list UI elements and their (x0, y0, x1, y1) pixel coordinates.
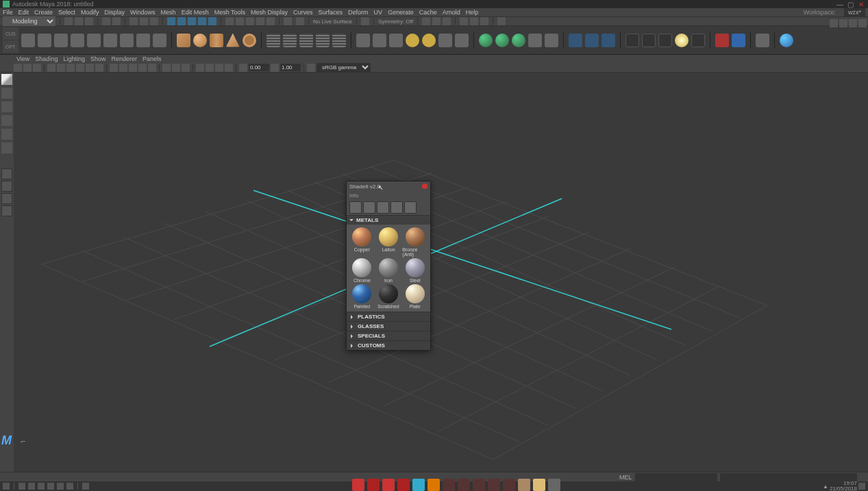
shelf-align-icon[interactable] (120, 34, 134, 47)
shadeit-material-painted[interactable]: Painted (349, 284, 375, 309)
undo-icon[interactable] (102, 17, 110, 25)
maximize-button[interactable]: ▢ (847, 1, 854, 8)
shelf-bevel-icon[interactable] (373, 34, 386, 47)
pt-shaded-icon[interactable] (119, 64, 127, 72)
shelf-separate-icon[interactable] (422, 34, 436, 47)
pt-image-plane-icon[interactable] (47, 64, 55, 72)
workspace-selector[interactable]: wzx* (844, 8, 865, 16)
menu-cache[interactable]: Cache (419, 9, 437, 16)
pt-textured-icon[interactable] (129, 64, 137, 72)
tb-app-icon[interactable] (473, 479, 485, 491)
tb-folder-icon[interactable] (533, 479, 545, 491)
shelf-mesh3-icon[interactable] (332, 34, 346, 47)
shadeit-tool-select-icon[interactable] (363, 201, 375, 214)
tb-icon[interactable] (47, 483, 54, 490)
paint-select-icon[interactable] (150, 17, 158, 25)
shadeit-material-laiton[interactable]: Laiton (376, 227, 401, 257)
menu-modify[interactable]: Modify (81, 9, 99, 16)
file-new-icon[interactable] (64, 17, 73, 25)
layout-two-icon[interactable] (1, 193, 12, 204)
menu-file[interactable]: File (3, 9, 13, 16)
shadeit-header-specials[interactable]: SPECIALS (347, 331, 430, 340)
menu-windows[interactable]: Windows (130, 9, 156, 16)
live-surface-label[interactable]: No Live Surface (313, 18, 352, 25)
pt-exposure-input[interactable] (249, 64, 269, 71)
symmetry-label[interactable]: Symmetry: Off (378, 18, 413, 25)
shadeit-material-copper[interactable]: Copper (349, 227, 375, 257)
panel-toggle-1-icon[interactable] (460, 17, 468, 25)
shelf-extrude-icon[interactable] (356, 34, 370, 47)
pt-grid-icon[interactable] (66, 64, 75, 72)
menu-mesh[interactable]: Mesh (161, 9, 176, 16)
tb-app-icon[interactable] (488, 479, 500, 491)
tb-app-icon[interactable] (458, 479, 470, 491)
pt-joints-icon[interactable] (182, 64, 190, 72)
shelf-render-icon[interactable] (625, 34, 639, 47)
shelf-globe-icon[interactable] (780, 34, 793, 47)
shelf-undo-icon[interactable] (715, 34, 729, 47)
menu-curves[interactable]: Curves (293, 9, 313, 16)
render-settings-icon[interactable] (443, 17, 451, 25)
shadeit-material-bronzeanti[interactable]: Bronze (Anti) (402, 227, 427, 257)
shadeit-info-label[interactable]: Info (347, 191, 430, 200)
panel-view[interactable]: View (16, 55, 29, 62)
toggle-outliner-icon[interactable] (830, 19, 838, 27)
pt-aa-icon[interactable] (215, 64, 223, 72)
shadeit-titlebar[interactable]: ShadeIt v2.0 ↖ (347, 181, 430, 191)
file-open-icon[interactable] (75, 17, 83, 25)
pt-ao-icon[interactable] (196, 64, 204, 72)
lock-icon[interactable] (284, 17, 292, 25)
shadeit-header-customs[interactable]: CUSTOMS (347, 341, 430, 350)
tb-app-icon[interactable] (503, 479, 515, 491)
shelf-tab-options[interactable]: OPT (3, 40, 18, 53)
shadeit-material-steel[interactable]: Steel (402, 258, 427, 283)
panel-toggle-2-icon[interactable] (470, 17, 478, 25)
tb-icon[interactable] (18, 483, 25, 490)
panel-show[interactable]: Show (90, 55, 106, 62)
pt-film-icon[interactable] (76, 64, 84, 72)
shelf-delete-icon[interactable] (54, 34, 68, 47)
menu-surfaces[interactable]: Surfaces (319, 9, 343, 16)
shadeit-tool-assign-icon[interactable] (349, 201, 362, 214)
menu-create[interactable]: Create (34, 9, 53, 16)
pt-lights-icon[interactable] (138, 64, 147, 72)
shelf-light-icon[interactable] (675, 34, 689, 47)
shelf-merge-icon[interactable] (438, 34, 452, 47)
sel-multi-icon[interactable] (208, 17, 216, 25)
pt-vt-icon[interactable] (307, 64, 315, 72)
shelf-target-icon[interactable] (455, 34, 469, 47)
layout-four-icon[interactable] (1, 181, 12, 192)
close-button[interactable]: ✕ (858, 1, 865, 8)
pt-bookmark-icon[interactable] (33, 64, 41, 72)
shelf-instance-icon[interactable] (602, 34, 615, 47)
toggle-channel-icon[interactable] (858, 19, 867, 27)
pt-gate-icon[interactable] (86, 64, 94, 72)
tb-app-icon[interactable] (427, 479, 440, 491)
shelf-camera-icon[interactable] (691, 34, 705, 47)
tool-move-icon[interactable] (1, 115, 12, 126)
shelf-quick-icon[interactable] (103, 34, 117, 47)
shelf-cube-icon[interactable] (177, 34, 190, 47)
notification-icon[interactable] (858, 483, 865, 490)
mode-selector[interactable]: Modeling (3, 16, 55, 26)
shelf-mesh1-icon[interactable] (299, 34, 313, 47)
shelf-reduce-icon[interactable] (545, 34, 558, 47)
layout-outliner-icon[interactable] (1, 205, 12, 216)
layout-single-icon[interactable] (1, 168, 12, 179)
pt-isolate-icon[interactable] (162, 64, 171, 72)
menu-meshtools[interactable]: Mesh Tools (214, 9, 245, 16)
pt-gamma-icon[interactable] (271, 64, 279, 72)
tool-scale-icon[interactable] (1, 142, 12, 153)
pt-colorspace-select[interactable]: sRGB gamma (317, 63, 371, 72)
shadeit-material-iron[interactable]: Iron (376, 258, 401, 283)
pt-safe-icon[interactable] (95, 64, 103, 72)
tb-app-icon[interactable] (443, 479, 455, 491)
pt-xray-icon[interactable] (172, 64, 180, 72)
shelf-center-icon[interactable] (87, 34, 101, 47)
panel-toggle-3-icon[interactable] (480, 17, 488, 25)
menu-edit[interactable]: Edit (18, 9, 29, 16)
pt-shadows-icon[interactable] (148, 64, 156, 72)
shadeit-material-chrome[interactable]: Chrome (349, 258, 375, 283)
construction-history-icon[interactable] (361, 17, 369, 25)
tb-icon[interactable] (82, 483, 89, 490)
